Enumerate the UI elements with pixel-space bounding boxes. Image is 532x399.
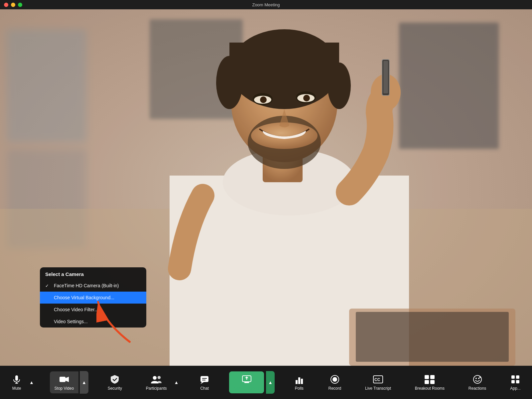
minimize-button[interactable] — [11, 3, 15, 7]
svg-rect-54 — [430, 375, 435, 379]
share-screen-group: Share Screen ▲ — [229, 371, 275, 394]
svg-point-58 — [475, 378, 477, 379]
participants-label: Participants — [146, 386, 167, 391]
svg-rect-38 — [200, 376, 208, 382]
svg-point-37 — [158, 376, 161, 379]
svg-rect-53 — [425, 375, 429, 379]
participants-button[interactable]: Participants — [141, 371, 172, 393]
apps-button[interactable]: App... — [505, 371, 525, 393]
camera-option-facetime[interactable]: ✓ FaceTime HD Camera (Built-in) — [40, 280, 146, 292]
chat-label: Chat — [200, 386, 208, 391]
video-chevron[interactable]: ▲ — [80, 371, 88, 394]
close-button[interactable] — [4, 3, 8, 7]
apps-label: App... — [510, 386, 520, 391]
share-screen-label: Share Screen — [234, 386, 259, 391]
svg-rect-56 — [430, 380, 435, 384]
reactions-button[interactable]: Reactions — [464, 371, 491, 393]
window-controls[interactable] — [4, 3, 22, 7]
shield-icon — [109, 374, 120, 385]
mute-group: Mute ▲ — [7, 371, 35, 393]
svg-rect-45 — [244, 382, 249, 383]
video-group: Stop Video ▲ — [50, 371, 88, 394]
svg-rect-65 — [516, 380, 519, 383]
svg-point-36 — [153, 376, 157, 380]
mute-label: Mute — [12, 386, 21, 391]
polls-label: Polls — [295, 386, 304, 391]
record-button[interactable]: Record — [324, 371, 346, 393]
camera-option-video-filter[interactable]: Choose Video Filter... — [40, 304, 146, 316]
window-title: Zoom Meeting — [252, 2, 280, 7]
microphone-icon — [11, 374, 22, 385]
stop-video-button[interactable]: Stop Video — [50, 371, 79, 393]
video-area: Select a Camera ✓ FaceTime HD Camera (Bu… — [0, 9, 532, 366]
svg-rect-63 — [516, 375, 519, 379]
mute-button[interactable]: Mute — [7, 371, 27, 393]
share-screen-icon — [241, 374, 252, 385]
security-label: Security — [108, 386, 122, 391]
svg-marker-44 — [245, 376, 248, 378]
svg-point-50 — [332, 377, 337, 382]
check-icon: ✓ — [45, 283, 51, 288]
polls-icon — [294, 374, 305, 385]
record-label: Record — [329, 386, 341, 391]
video-background: Select a Camera ✓ FaceTime HD Camera (Bu… — [0, 9, 532, 366]
svg-text:CC: CC — [374, 377, 380, 382]
mute-chevron[interactable]: ▲ — [28, 377, 35, 388]
title-bar: Zoom Meeting — [0, 0, 532, 9]
svg-point-59 — [478, 378, 479, 379]
svg-rect-31 — [15, 375, 18, 381]
polls-button[interactable]: Polls — [289, 371, 309, 393]
camera-menu-header: Select a Camera — [40, 267, 146, 280]
reaction-icon — [472, 374, 483, 385]
chat-button[interactable]: Chat — [195, 371, 214, 393]
chat-icon — [199, 374, 210, 385]
breakout-rooms-button[interactable]: Breakout Rooms — [410, 371, 449, 393]
svg-rect-62 — [511, 375, 515, 379]
closed-caption-icon: CC — [373, 374, 383, 385]
record-icon — [330, 374, 340, 385]
stop-video-label: Stop Video — [55, 386, 74, 391]
apps-icon — [510, 374, 521, 385]
live-transcript-label: Live Transcript — [365, 386, 391, 391]
maximize-button[interactable] — [18, 3, 22, 7]
people-icon — [151, 374, 162, 385]
camera-option-video-settings[interactable]: Video Settings... — [40, 316, 146, 328]
breakout-rooms-icon — [424, 374, 435, 385]
svg-rect-64 — [511, 380, 515, 383]
toolbar: Mute ▲ Stop Video ▲ Security — [0, 366, 532, 399]
svg-rect-47 — [298, 377, 300, 384]
svg-rect-48 — [301, 379, 303, 384]
svg-rect-34 — [60, 377, 66, 382]
share-screen-chevron[interactable]: ▲ — [266, 371, 275, 394]
live-transcript-button[interactable]: CC Live Transcript — [360, 371, 396, 393]
svg-marker-35 — [66, 377, 69, 382]
reactions-label: Reactions — [468, 386, 486, 391]
camera-option-virtual-bg[interactable]: Choose Virtual Background... — [40, 292, 146, 304]
svg-marker-39 — [200, 382, 204, 384]
video-camera-icon — [59, 374, 69, 385]
participants-chevron[interactable]: ▲ — [173, 377, 180, 388]
camera-menu: Select a Camera ✓ FaceTime HD Camera (Bu… — [40, 267, 146, 328]
breakout-rooms-label: Breakout Rooms — [415, 386, 445, 391]
share-screen-button[interactable]: Share Screen — [229, 371, 264, 393]
security-button[interactable]: Security — [103, 371, 127, 393]
svg-rect-55 — [425, 380, 429, 384]
svg-rect-46 — [296, 380, 298, 384]
participants-group: Participants ▲ — [141, 371, 180, 393]
